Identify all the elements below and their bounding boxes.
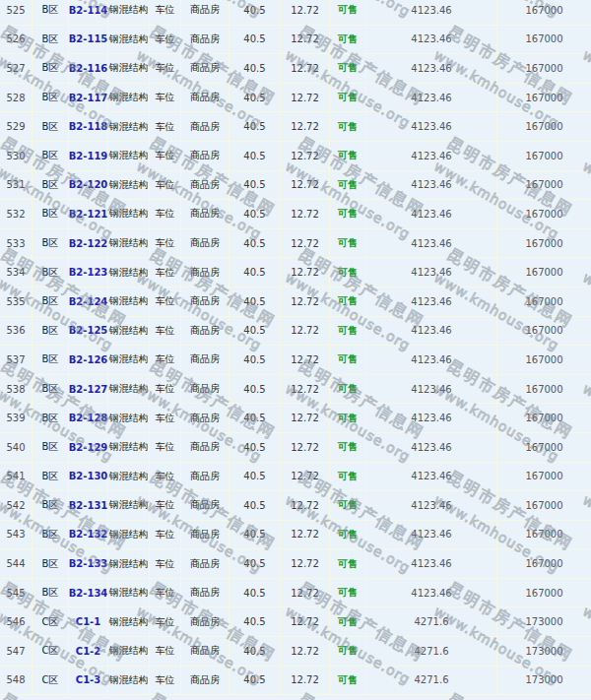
cell-serial-number: 527 (0, 54, 33, 83)
unit-number-link[interactable]: B2-120 (69, 179, 107, 190)
status-badge: 可售 (338, 586, 358, 600)
table-row: 528 B区 B2-117 钢混结构 车位 商品房 40.5 12.72 可售 … (0, 84, 591, 113)
cell-sale-status: 可售 (330, 142, 366, 170)
unit-number-link[interactable]: B2-114 (69, 5, 107, 16)
cell-shared-area: 12.72 (281, 667, 330, 695)
cell-unit-number: B2-121 (69, 200, 108, 228)
cell-category: 商品房 (181, 579, 230, 607)
status-badge: 可售 (338, 382, 358, 396)
unit-number-link[interactable]: B2-122 (69, 238, 107, 249)
cell-category: 商品房 (181, 549, 230, 578)
cell-structure: 钢混结构 (108, 433, 150, 462)
table-row: 531 B区 B2-120 钢混结构 车位 商品房 40.5 12.72 可售 … (0, 171, 591, 201)
cell-shared-area: 12.72 (281, 112, 330, 141)
unit-number-link[interactable]: B2-119 (69, 151, 107, 161)
unit-number-link[interactable]: B2-115 (69, 33, 107, 44)
cell-district: C区 (33, 607, 69, 636)
cell-total-price: 167000 (497, 375, 591, 404)
status-badge: 可售 (338, 644, 358, 658)
cell-sale-status: 可售 (330, 579, 366, 607)
unit-number-link[interactable]: C1-3 (76, 674, 100, 685)
cell-total-price: 167000 (497, 112, 591, 141)
status-badge: 可售 (338, 294, 358, 308)
cell-property-type: 车位 (150, 346, 181, 374)
cell-property-type: 车位 (150, 171, 181, 200)
cell-structure: 钢混结构 (108, 579, 150, 607)
cell-property-type: 车位 (150, 607, 181, 636)
unit-number-link[interactable]: B2-116 (69, 63, 107, 74)
cell-total-price: 167000 (497, 549, 591, 578)
cell-property-type: 车位 (150, 404, 181, 432)
cell-total-price: 173000 (497, 637, 591, 666)
cell-total-price: 167000 (497, 404, 591, 432)
unit-number-link[interactable]: C1-1 (76, 616, 100, 627)
cell-shared-area: 12.72 (281, 54, 330, 83)
unit-number-link[interactable]: B2-117 (69, 93, 107, 103)
unit-number-link[interactable]: B2-128 (69, 413, 107, 423)
cell-property-type: 车位 (150, 521, 181, 549)
cell-sale-status: 可售 (330, 229, 366, 258)
cell-total-price: 173000 (497, 667, 591, 695)
cell-sale-status: 可售 (330, 200, 366, 228)
unit-number-link[interactable]: B2-123 (69, 267, 107, 278)
cell-structure: 钢混结构 (108, 637, 150, 666)
cell-sale-status: 可售 (330, 607, 366, 636)
cell-unit-number: C1-2 (69, 637, 108, 666)
cell-serial-number: 529 (0, 112, 33, 141)
cell-shared-area: 12.72 (281, 404, 330, 432)
cell-area: 40.5 (230, 142, 281, 170)
unit-number-link[interactable]: B2-134 (69, 588, 107, 599)
cell-structure: 钢混结构 (108, 258, 150, 286)
cell-total-price: 167000 (497, 171, 591, 200)
unit-number-link[interactable]: B2-133 (69, 558, 107, 569)
cell-district: B区 (33, 229, 69, 258)
unit-number-link[interactable]: C1-2 (76, 646, 100, 657)
cell-sale-status: 可售 (330, 375, 366, 404)
cell-unit-price: 4271.6 (366, 637, 497, 666)
cell-category: 商品房 (181, 463, 230, 491)
cell-sale-status: 可售 (330, 404, 366, 432)
unit-number-link[interactable]: B2-124 (69, 296, 107, 307)
unit-number-link[interactable]: B2-121 (69, 209, 107, 220)
cell-shared-area: 12.72 (281, 463, 330, 491)
cell-unit-price: 4123.46 (366, 112, 497, 141)
cell-unit-price: 4123.46 (366, 433, 497, 462)
cell-unit-number: B2-134 (69, 579, 108, 607)
cell-unit-price: 4123.46 (366, 142, 497, 170)
cell-unit-number: B2-120 (69, 171, 108, 200)
unit-number-link[interactable]: B2-127 (69, 384, 107, 395)
unit-number-link[interactable]: B2-132 (69, 529, 107, 540)
cell-total-price: 167000 (497, 463, 591, 491)
cell-district: B区 (33, 26, 69, 54)
table-row: 527 B区 B2-116 钢混结构 车位 商品房 40.5 12.72 可售 … (0, 54, 591, 84)
cell-unit-price: 4271.6 (366, 667, 497, 695)
cell-category: 商品房 (181, 200, 230, 228)
unit-number-link[interactable]: B2-126 (69, 354, 107, 365)
status-badge: 可售 (338, 178, 358, 192)
cell-shared-area: 12.72 (281, 317, 330, 346)
cell-unit-price: 4123.46 (366, 404, 497, 432)
table-row: 534 B区 B2-123 钢混结构 车位 商品房 40.5 12.72 可售 … (0, 258, 591, 287)
cell-unit-number: B2-132 (69, 521, 108, 549)
cell-sale-status: 可售 (330, 0, 366, 25)
unit-number-link[interactable]: B2-129 (69, 442, 107, 453)
cell-structure: 钢混结构 (108, 607, 150, 636)
cell-total-price: 167000 (497, 0, 591, 25)
cell-shared-area: 12.72 (281, 0, 330, 25)
cell-serial-number: 531 (0, 171, 33, 200)
cell-property-type: 车位 (150, 229, 181, 258)
cell-total-price: 173000 (497, 607, 591, 636)
table-row: 538 B区 B2-127 钢混结构 车位 商品房 40.5 12.72 可售 … (0, 375, 591, 405)
unit-number-link[interactable]: B2-131 (69, 500, 107, 511)
cell-unit-number: B2-129 (69, 433, 108, 462)
cell-sale-status: 可售 (330, 637, 366, 666)
unit-number-link[interactable]: B2-130 (69, 471, 107, 481)
cell-area: 40.5 (230, 26, 281, 54)
cell-total-price: 167000 (497, 84, 591, 112)
cell-serial-number: 530 (0, 142, 33, 170)
cell-property-type: 车位 (150, 433, 181, 462)
unit-number-link[interactable]: B2-118 (69, 121, 107, 132)
cell-category: 商品房 (181, 84, 230, 112)
unit-number-link[interactable]: B2-125 (69, 325, 107, 336)
cell-property-type: 车位 (150, 287, 181, 316)
